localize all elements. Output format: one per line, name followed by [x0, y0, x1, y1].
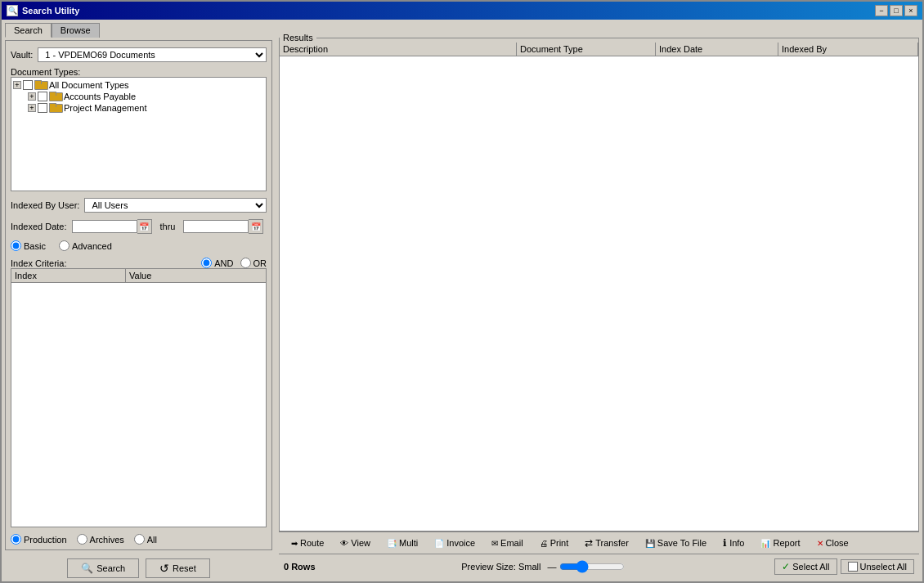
basic-radio-label[interactable]: Basic [11, 240, 46, 251]
multi-button[interactable]: Multi [379, 536, 425, 550]
indexed-by-user-select[interactable]: All Users [84, 198, 267, 213]
multi-icon [387, 538, 397, 548]
criteria-label: Index Criteria: [11, 258, 66, 268]
left-panel: Search Browse Vault: 1 - VPDEMO69 Docume… [2, 20, 276, 581]
title-bar: 🔍 Search Utility − □ × [2, 2, 922, 20]
calendar-from-button[interactable]: 📅 [137, 219, 152, 234]
indexed-by-user-row: Indexed By User: All Users [11, 198, 267, 213]
slider-container: — [547, 560, 628, 573]
checkbox-accounts-payable[interactable] [38, 92, 47, 101]
invoice-button[interactable]: Invoice [427, 536, 482, 550]
or-radio[interactable] [240, 258, 251, 268]
save-to-file-button[interactable]: Save To File [638, 536, 714, 550]
vault-row: Vault: 1 - VPDEMO69 Documents [11, 47, 267, 62]
index-criteria-box[interactable]: Index Value [11, 268, 267, 527]
email-button[interactable]: Email [484, 536, 531, 550]
list-item[interactable]: + Accounts Payable [13, 91, 264, 102]
unselect-all-button[interactable]: Unselect All [841, 559, 914, 574]
index-criteria-header-row: Index Value [11, 269, 266, 283]
indexed-date-row: Indexed Date: 📅 thru 📅 [11, 219, 267, 234]
production-radio-label[interactable]: Production [11, 534, 67, 545]
close-icon [817, 538, 823, 548]
search-button[interactable]: Search [67, 558, 139, 578]
expand-accounts-payable[interactable]: + [28, 92, 36, 101]
transfer-icon [585, 537, 593, 549]
indexed-date-from-input[interactable] [72, 220, 137, 233]
report-icon [760, 538, 770, 548]
checkbox-project-mgmt[interactable] [38, 103, 47, 113]
select-all-button[interactable]: Select All [774, 558, 837, 575]
preview-size-section: Preview Size: Small — [461, 560, 628, 573]
invoice-icon [434, 538, 444, 548]
advanced-radio-label[interactable]: Advanced [59, 240, 112, 251]
invoice-label: Invoice [446, 538, 475, 548]
window-controls: − □ × [875, 5, 917, 16]
select-all-icon [782, 561, 790, 572]
info-label: Info [729, 538, 744, 548]
print-button[interactable]: Print [532, 536, 576, 550]
maximize-button[interactable]: □ [890, 5, 903, 16]
folder-icon-all-docs [34, 80, 47, 90]
tab-browse[interactable]: Browse [52, 23, 100, 38]
production-radio[interactable] [11, 534, 21, 545]
folder-icon-project-mgmt [49, 103, 62, 113]
expand-project-mgmt[interactable]: + [28, 104, 36, 112]
basic-radio[interactable] [11, 240, 21, 251]
vault-label: Vault: [11, 50, 33, 60]
route-icon [291, 538, 298, 548]
reset-button[interactable]: Reset [146, 558, 210, 578]
document-types-section: Document Types: + All Document Types + [11, 65, 267, 191]
minimize-button[interactable]: − [875, 5, 888, 16]
info-button[interactable]: Info [715, 535, 751, 551]
close-button[interactable]: Close [810, 536, 856, 550]
vault-select-wrapper: 1 - VPDEMO69 Documents [38, 47, 267, 62]
indexed-by-user-label: Indexed By User: [11, 200, 79, 210]
all-radio-text: All [147, 535, 157, 545]
main-content: Search Browse Vault: 1 - VPDEMO69 Docume… [2, 20, 922, 581]
route-label: Route [300, 538, 324, 548]
indexed-date-to-input[interactable] [183, 220, 249, 233]
transfer-button[interactable]: Transfer [577, 535, 636, 551]
results-col-document-type: Document Type [517, 43, 656, 56]
preview-size-slider[interactable] [559, 560, 625, 573]
tab-search[interactable]: Search [5, 23, 52, 38]
view-button[interactable]: View [333, 536, 378, 550]
results-col-index-date: Index Date [656, 43, 778, 56]
archives-radio-text: Archives [90, 535, 124, 545]
all-radio-label[interactable]: All [134, 534, 157, 545]
or-radio-label[interactable]: OR [240, 258, 267, 268]
close-window-button[interactable]: × [904, 5, 917, 16]
and-radio-label[interactable]: AND [201, 258, 233, 268]
print-icon [540, 538, 548, 548]
document-types-label: Document Types: [11, 67, 267, 77]
route-button[interactable]: Route [284, 536, 331, 550]
index-col-header-value: Value [126, 269, 266, 282]
criteria-header: Index Criteria: AND OR [11, 258, 267, 268]
unselect-all-icon [848, 562, 858, 572]
calendar-to-button[interactable]: 📅 [249, 219, 263, 234]
tree-label-all-docs: All Document Types [49, 80, 129, 90]
indexed-by-user-select-wrapper: All Users [84, 198, 267, 213]
results-header: Description Document Type Index Date Ind… [280, 43, 918, 56]
list-item[interactable]: + All Document Types [13, 79, 264, 91]
tree-label-project-mgmt: Project Management [64, 103, 147, 113]
all-radio[interactable] [134, 534, 145, 545]
basic-radio-text: Basic [24, 241, 46, 251]
rows-count: 0 Rows [284, 562, 316, 572]
search-panel: Vault: 1 - VPDEMO69 Documents Document T… [5, 40, 272, 550]
index-col-header-index: Index [11, 269, 126, 282]
checkbox-all-docs[interactable] [23, 80, 33, 90]
main-window: 🔍 Search Utility − □ × Search Browse Vau… [0, 0, 924, 583]
and-radio[interactable] [201, 258, 212, 268]
document-types-box[interactable]: + All Document Types + Accounts Payable [11, 77, 267, 191]
report-button[interactable]: Report [753, 536, 807, 550]
expand-all-docs[interactable]: + [13, 81, 21, 89]
list-item[interactable]: + Project Management [13, 102, 264, 114]
indexed-date-from-wrap: 📅 [72, 219, 152, 234]
vault-select[interactable]: 1 - VPDEMO69 Documents [38, 47, 267, 62]
archives-radio[interactable] [77, 534, 87, 545]
advanced-radio[interactable] [59, 240, 70, 251]
search-mode-row: Basic Advanced [11, 240, 267, 251]
index-criteria-section: Index Criteria: AND OR [11, 254, 267, 527]
archives-radio-label[interactable]: Archives [77, 534, 124, 545]
